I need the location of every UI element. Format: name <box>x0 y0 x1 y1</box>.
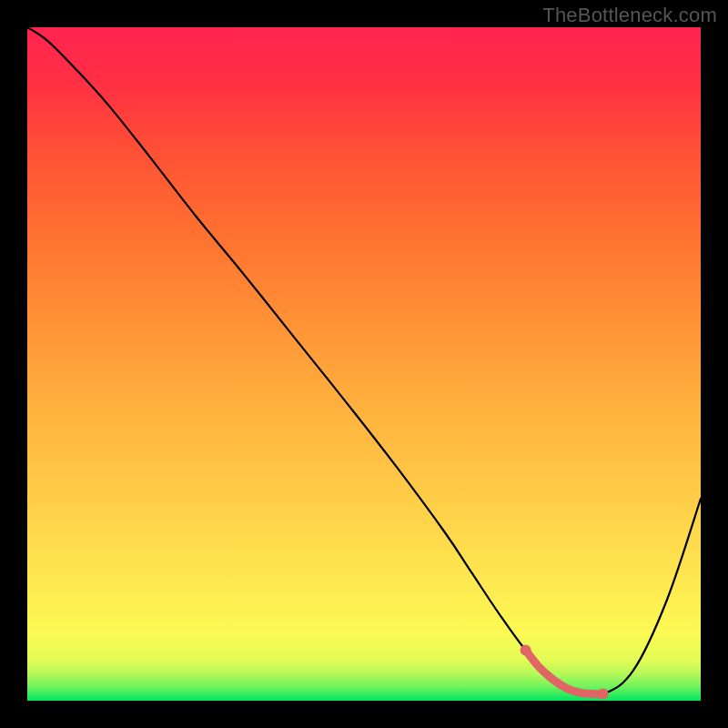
watermark-text: TheBottleneck.com <box>542 4 717 27</box>
chart-container: TheBottleneck.com <box>0 0 728 728</box>
plot-area <box>27 27 701 701</box>
bottleneck-curve <box>27 27 701 696</box>
curve-layer <box>27 27 701 701</box>
optimal-range-start-dot <box>521 645 531 656</box>
optimal-range-curve <box>526 651 603 694</box>
optimal-range-end-dot <box>598 689 609 700</box>
